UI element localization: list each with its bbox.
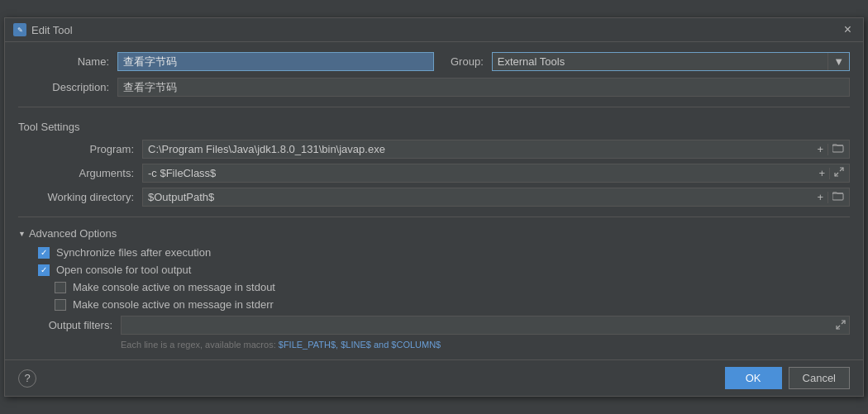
console-row: Open console for tool output xyxy=(38,264,850,276)
separator-1 xyxy=(827,144,828,155)
group-part: Group: ▼ xyxy=(434,52,850,71)
program-input-wrapper: + xyxy=(142,140,850,159)
program-folder-btn[interactable] xyxy=(830,142,847,156)
working-dir-row: Working directory: + xyxy=(35,188,850,207)
arguments-row: Arguments: + xyxy=(35,164,850,183)
output-filters-input-wrapper xyxy=(121,316,850,335)
stdout-row: Make console active on message in stdout xyxy=(38,281,850,293)
ok-button[interactable]: OK xyxy=(725,367,782,389)
stderr-label: Make console active on message in stderr xyxy=(73,298,274,311)
divider-1 xyxy=(18,107,850,107)
dialog-body: Name: Group: ▼ Description: Tool Setting… xyxy=(5,42,863,359)
advanced-options-content: Synchronize files after execution Open c… xyxy=(18,246,850,350)
description-row: Description: xyxy=(18,78,850,97)
program-btns: + xyxy=(812,142,849,156)
group-label: Group: xyxy=(451,55,484,68)
stderr-row: Make console active on message in stderr xyxy=(38,298,850,311)
divider-2 xyxy=(18,217,850,217)
separator-2 xyxy=(829,168,830,179)
advanced-chevron-icon: ▼ xyxy=(18,230,26,238)
stdout-label: Make console active on message in stdout xyxy=(73,281,275,293)
program-input[interactable] xyxy=(143,140,812,158)
tool-settings-header: Tool Settings xyxy=(18,121,850,133)
svg-rect-5 xyxy=(832,193,843,200)
name-part: Name: xyxy=(18,52,434,71)
group-select-wrapper[interactable]: ▼ xyxy=(492,52,850,71)
dialog-icon: ✎ xyxy=(13,23,26,36)
console-checkbox[interactable] xyxy=(38,264,50,276)
arguments-expand-btn[interactable] xyxy=(832,166,847,180)
description-label: Description: xyxy=(18,81,109,93)
output-filters-label: Output filters: xyxy=(38,319,112,331)
separator-3 xyxy=(827,192,828,203)
sync-checkbox[interactable] xyxy=(38,247,50,259)
arguments-input[interactable] xyxy=(143,164,813,182)
dialog-footer: ? OK Cancel xyxy=(5,359,863,396)
arguments-input-wrapper: + xyxy=(142,164,850,183)
console-label: Open console for tool output xyxy=(56,264,191,276)
name-input[interactable] xyxy=(117,52,434,71)
advanced-options-title: Advanced Options xyxy=(29,227,117,240)
group-dropdown-arrow[interactable]: ▼ xyxy=(827,53,849,70)
sync-row: Synchronize files after execution xyxy=(38,246,850,259)
close-button[interactable]: × xyxy=(841,23,855,36)
edit-tool-dialog: ✎ Edit Tool × Name: Group: ▼ Descr xyxy=(4,17,864,397)
hint-text: Each line is a regex, available macros: … xyxy=(38,340,850,350)
stderr-checkbox[interactable] xyxy=(55,299,66,311)
program-label: Program: xyxy=(35,143,134,155)
output-filters-row: Output filters: xyxy=(38,316,850,335)
title-bar: ✎ Edit Tool × xyxy=(5,18,863,42)
help-button[interactable]: ? xyxy=(18,369,36,388)
working-dir-label: Working directory: xyxy=(35,191,134,203)
sync-label: Synchronize files after execution xyxy=(56,246,211,259)
output-expand-button[interactable] xyxy=(832,318,849,333)
stdout-checkbox[interactable] xyxy=(55,282,66,293)
name-group-row: Name: Group: ▼ xyxy=(18,52,850,71)
arguments-label: Arguments: xyxy=(35,167,134,179)
working-dir-input[interactable] xyxy=(143,188,812,206)
working-dir-folder-btn[interactable] xyxy=(830,190,847,204)
program-plus-btn[interactable]: + xyxy=(814,142,826,156)
dialog-title: Edit Tool xyxy=(31,24,73,36)
footer-actions: OK Cancel xyxy=(725,367,850,389)
arguments-plus-btn[interactable]: + xyxy=(816,166,827,180)
working-dir-btns: + xyxy=(812,190,849,204)
tool-settings-content: Program: + xyxy=(18,140,850,207)
program-row: Program: + xyxy=(35,140,850,159)
hint-macros: $FILE_PATH$, $LINE$ and $COLUMN$ xyxy=(279,340,441,350)
title-bar-left: ✎ Edit Tool xyxy=(13,23,73,36)
advanced-options-header[interactable]: ▼ Advanced Options xyxy=(18,227,850,240)
name-label: Name: xyxy=(18,55,109,68)
svg-text:✎: ✎ xyxy=(17,26,23,34)
description-input[interactable] xyxy=(117,78,850,97)
arguments-btns: + xyxy=(813,166,849,180)
working-dir-input-wrapper: + xyxy=(142,188,850,207)
output-filters-input[interactable] xyxy=(122,316,832,334)
tool-settings-title: Tool Settings xyxy=(18,121,79,133)
svg-rect-2 xyxy=(832,145,843,152)
working-dir-plus-btn[interactable]: + xyxy=(814,190,826,204)
group-select-input[interactable] xyxy=(493,53,827,70)
cancel-button[interactable]: Cancel xyxy=(789,367,850,389)
